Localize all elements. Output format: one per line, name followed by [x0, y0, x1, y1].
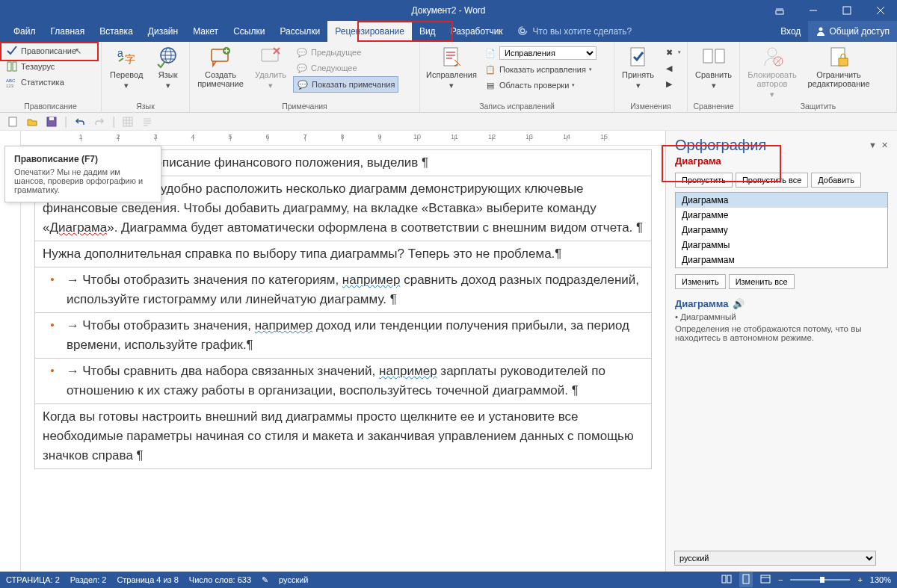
blank-doc-icon[interactable] [6, 115, 19, 129]
close-icon[interactable] [863, 0, 897, 21]
suggestion-item[interactable]: Диаграмме [676, 208, 887, 223]
suggestion-item[interactable]: Диаграмма [676, 193, 887, 208]
group-changes: Изменения [617, 100, 684, 112]
redo-icon[interactable] [93, 115, 106, 129]
statusbar: СТРАНИЦА: 2 Раздел: 2 Страница 4 из 8 Чи… [0, 572, 897, 588]
show-comments-button[interactable]: 💬 Показать примечания [293, 76, 398, 93]
pane-language-select[interactable]: русский [674, 551, 876, 566]
audio-icon[interactable]: 🔊 [733, 298, 745, 309]
language-button[interactable]: Язык▾ [150, 43, 186, 91]
suggestion-item[interactable]: Диаграмму [676, 223, 887, 238]
tell-me-input[interactable]: Что вы хотите сделать? [511, 21, 640, 42]
view-print-icon[interactable] [739, 572, 753, 587]
tab-developer[interactable]: Разработчик [443, 21, 511, 42]
list-item[interactable]: → Чтобы отобразить значения по категория… [34, 267, 652, 313]
view-read-icon[interactable] [721, 574, 732, 586]
misspelled-word[interactable]: Диаграма [49, 220, 107, 235]
save-icon[interactable] [45, 115, 58, 129]
tab-insert[interactable]: Вставка [92, 21, 141, 42]
sign-in-button[interactable]: Вход [773, 21, 808, 42]
accept-button[interactable]: Принять▾ [617, 43, 659, 91]
reviewing-pane-button[interactable]: ▤ Область проверки ▾ [481, 78, 599, 93]
table-icon[interactable] [121, 115, 135, 129]
undo-icon[interactable] [73, 115, 87, 129]
group-comments: Примечания [193, 100, 416, 112]
translate-button[interactable]: a字 Перевод▾ [105, 43, 148, 91]
skip-all-button[interactable]: Пропустить все [736, 173, 808, 188]
spelling-button[interactable]: Правописание ↖ [3, 43, 84, 58]
suggestion-item[interactable]: Диаграммы [676, 238, 887, 253]
paragraph[interactable]: Нужна дополнительная справка по выбору т… [34, 241, 652, 267]
next-change-button[interactable]: ▶ [660, 76, 684, 91]
tab-file[interactable]: Файл [6, 21, 43, 42]
view-web-icon[interactable] [760, 574, 771, 586]
tab-layout[interactable]: Макет [185, 21, 226, 42]
list-item[interactable]: → Чтобы отобразить значения, например до… [34, 312, 652, 359]
zoom-out-icon[interactable]: − [778, 575, 783, 584]
check-icon [6, 45, 18, 57]
svg-text:字: 字 [125, 53, 135, 65]
globe-icon [156, 45, 180, 69]
skip-button[interactable]: Пропустить [675, 173, 733, 188]
tab-review[interactable]: Рецензирование [327, 21, 412, 42]
show-markup-button[interactable]: 📋 Показать исправления ▾ [481, 62, 599, 77]
markup-mode-select[interactable]: Исправления [499, 46, 597, 60]
svg-rect-1 [843, 7, 851, 14]
tab-home[interactable]: Главная [43, 21, 93, 42]
status-proof-icon[interactable]: ✎ [262, 575, 268, 585]
next-comment-button[interactable]: 💬 Следующее [293, 61, 398, 75]
display-mode-select[interactable]: 📄 Исправления [481, 45, 599, 61]
minimize-icon[interactable] [796, 0, 830, 21]
track-changes-button[interactable]: Исправления▾ [423, 43, 480, 91]
ribbon-tabs: Файл Главная Вставка Дизайн Макет Ссылки… [0, 21, 897, 42]
svg-rect-25 [49, 117, 54, 120]
pane-current-word: Диаграма [675, 155, 888, 167]
tooltip-title: Правописание (F7) [14, 154, 152, 164]
share-button[interactable]: Общий доступ [808, 21, 897, 42]
tab-references[interactable]: Ссылки [226, 21, 272, 42]
status-page[interactable]: СТРАНИЦА: 2 [6, 575, 60, 584]
compare-button[interactable]: Сравнить▾ [691, 43, 736, 91]
pane-close-icon[interactable]: ✕ [881, 140, 888, 150]
suggestion-item[interactable]: Диаграммам [676, 253, 887, 267]
suggestions-list[interactable]: Диаграмма Диаграмме Диаграмму Диаграммы … [675, 192, 888, 268]
svg-rect-4 [7, 62, 11, 71]
change-button[interactable]: Изменить [675, 274, 726, 289]
restrict-button[interactable]: Ограничить редактирование [803, 43, 875, 90]
prev-change-button[interactable]: ◀ [660, 61, 684, 75]
svg-rect-0 [776, 10, 783, 14]
zoom-level[interactable]: 130% [870, 575, 891, 584]
status-page-of[interactable]: Страница 4 из 8 [117, 575, 178, 584]
paragraph-icon[interactable] [141, 115, 154, 129]
status-language[interactable]: русский [279, 575, 308, 584]
change-all-button[interactable]: Изменить все [729, 274, 795, 289]
tab-design[interactable]: Дизайн [141, 21, 185, 42]
maximize-icon[interactable] [830, 0, 863, 21]
new-comment-button[interactable]: Создать примечание [193, 43, 248, 90]
status-words[interactable]: Число слов: 633 [189, 575, 251, 584]
delete-comment-button[interactable]: Удалить▾ [250, 43, 292, 91]
pane-menu-icon[interactable]: ▼ [869, 140, 877, 150]
stats-button[interactable]: ABC123 Статистика [3, 75, 84, 90]
reject-button[interactable]: ✖▾ [660, 45, 684, 60]
block-authors-button[interactable]: Блокировать авторов▾ [743, 43, 801, 100]
thesaurus-button[interactable]: Тезаурус [3, 59, 84, 74]
stats-icon: ABC123 [6, 76, 18, 88]
tab-view[interactable]: Вид [412, 21, 443, 42]
svg-rect-5 [13, 62, 16, 71]
zoom-slider[interactable] [790, 579, 850, 581]
ribbon-options-icon[interactable] [762, 0, 796, 21]
list-item[interactable]: → Чтобы сравнить два набора связанных зн… [34, 358, 652, 404]
menubar-right: Вход Общий доступ [773, 21, 897, 42]
horizontal-ruler[interactable]: 123456789101112131415 [21, 131, 665, 146]
open-icon[interactable] [25, 115, 39, 129]
zoom-in-icon[interactable]: + [857, 575, 862, 584]
svg-point-3 [819, 28, 823, 31]
add-button[interactable]: Добавить [811, 173, 861, 188]
svg-rect-30 [761, 575, 770, 583]
tab-mailings[interactable]: Рассылки [272, 21, 327, 42]
svg-rect-17 [703, 49, 712, 63]
prev-comment-button[interactable]: 💬 Предыдущее [293, 45, 398, 60]
paragraph[interactable]: Когда вы готовы настроить внешний вид ди… [34, 403, 652, 469]
status-section[interactable]: Раздел: 2 [70, 575, 107, 584]
